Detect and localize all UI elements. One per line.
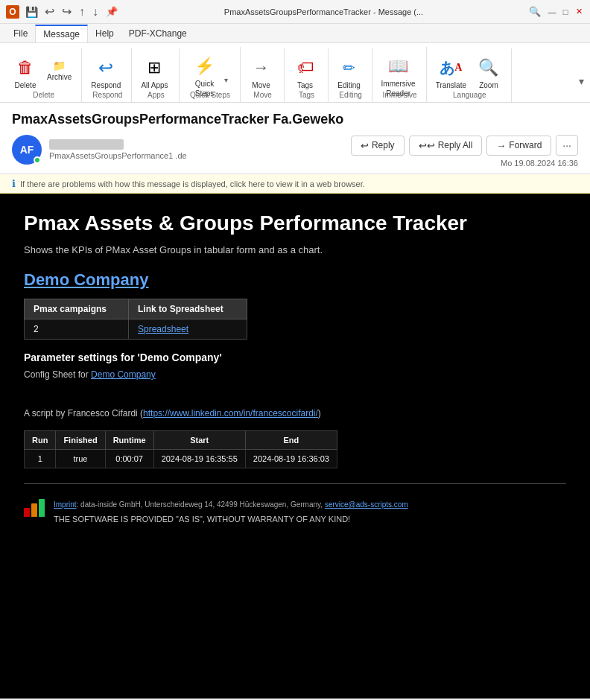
run-table: Run Finished Runtime Start End 1 true 0:… (24, 430, 337, 468)
immersive-label: Immersive (381, 80, 416, 88)
quick-steps-icon: ⚡ (193, 54, 217, 78)
move-group-label: Move (242, 91, 284, 99)
window-title: PmaxAssetsGroupsPerformanceTracker - Mes… (124, 7, 523, 16)
immersive-group-label: Immersive (374, 91, 426, 99)
close-button[interactable]: ✕ (574, 7, 584, 17)
zoom-label: Zoom (479, 81, 498, 89)
spreadsheet-link[interactable]: Spreadsheet (138, 324, 188, 334)
more-actions-button[interactable]: ··· (556, 135, 578, 156)
ribbon-group-editing: ✏ Editing Editing (330, 48, 372, 102)
email-timestamp: Mo 19.08.2024 16:36 (501, 159, 578, 168)
tags-label: Tags (297, 81, 313, 89)
avatar: AF (12, 135, 42, 165)
respond-button[interactable]: ↩ Respond (86, 53, 125, 92)
table-header-campaigns: Pmax campaigns (25, 299, 129, 319)
run-header-run: Run (25, 431, 56, 450)
email-meta: AF PmaxAssetsGroupsPerformance1 .de (12, 135, 187, 165)
footer-area: Imprint: data-inside GmbH, Unterscheidew… (24, 499, 566, 524)
forward-button[interactable]: → Forward (486, 136, 551, 156)
archive-icon: 📁 (52, 58, 67, 73)
archive-label: Archive (47, 73, 72, 81)
footer-imprint: Imprint: data-inside GmbH, Unterscheidew… (54, 499, 408, 510)
menu-pdf-xchange[interactable]: PDF-XChange (121, 25, 194, 42)
run-header-finished: Finished (56, 431, 105, 450)
action-buttons: ↩ Reply ↩↩ Reply All → Forward ··· (351, 135, 578, 156)
reply-all-button[interactable]: ↩↩ Reply All (409, 136, 483, 156)
config-link[interactable]: Demo Company (91, 369, 156, 380)
all-apps-label: All Apps (141, 81, 168, 89)
divider (24, 483, 566, 484)
ribbon-group-quick-steps: ⚡ Quick Steps ▾ Quick Steps (181, 47, 241, 102)
email-area: PmaxAssetsGroupsPerformanceTracker Fa.Ge… (0, 103, 590, 699)
reply-button[interactable]: ↩ Reply (351, 136, 405, 156)
linkedin-link[interactable]: https://www.linkedin.com/in/francescocif… (143, 408, 318, 419)
save-icon[interactable]: 💾 (25, 6, 38, 18)
archive-button[interactable]: 📁 Archive (43, 56, 75, 83)
tags-button[interactable]: 🏷 Tags (289, 53, 322, 92)
email-body: Pmax Assets & Groups Performance Tracker… (0, 194, 590, 699)
menu-file[interactable]: File (6, 25, 35, 42)
outlook-icon: O (6, 5, 19, 19)
quick-steps-group-label: Quick Steps (181, 91, 240, 99)
minimize-button[interactable]: — (547, 7, 557, 17)
search-titlebar-icon[interactable]: 🔍 (529, 6, 541, 17)
script-credit: A script by Francesco Cifardi (https://w… (24, 398, 566, 419)
sender-email: PmaxAssetsGroupsPerformance1 .de (49, 151, 187, 160)
translate-icon: あA (439, 56, 463, 80)
sender-info: PmaxAssetsGroupsPerformance1 .de (49, 139, 187, 160)
respond-label: Respond (91, 81, 121, 89)
run-finished: true (56, 450, 105, 468)
tags-group-label: Tags (286, 91, 328, 99)
quick-steps-expand[interactable]: ▾ (223, 74, 229, 86)
campaigns-count: 2 (25, 319, 129, 340)
redo-icon[interactable]: ↪ (62, 4, 72, 19)
info-text: If there are problems with how this mess… (20, 179, 365, 188)
info-bar[interactable]: ℹ If there are problems with how this me… (0, 174, 590, 194)
restore-button[interactable]: □ (560, 7, 571, 17)
run-header-start: Start (153, 431, 245, 450)
title-bar: O 💾 ↩ ↪ ↑ ↓ 📌 PmaxAssetsGroupsPerformanc… (0, 0, 590, 24)
ribbon-group-immersive: 📖 Immersive Reader Immersive (374, 47, 427, 102)
editing-button[interactable]: ✏ Editing (333, 53, 366, 92)
logo-bar-red (24, 508, 30, 517)
imprint-link[interactable]: Imprint (54, 500, 77, 509)
company-link[interactable]: Demo Company (24, 270, 148, 290)
translate-label: Translate (436, 81, 466, 89)
move-button[interactable]: → Move (245, 53, 278, 92)
quick-steps-label: Quick (195, 80, 215, 88)
editing-icon: ✏ (337, 56, 361, 80)
table-header-spreadsheet: Link to Spreadsheet (129, 299, 247, 319)
editing-group-label: Editing (330, 91, 372, 99)
service-email-link[interactable]: service@ads-scripts.com (325, 500, 408, 509)
email-subject: PmaxAssetsGroupsPerformanceTracker Fa.Ge… (12, 112, 578, 127)
ribbon-group-respond: ↩ Respond Respond (83, 48, 132, 102)
run-end: 2024-08-19 16:36:03 (245, 450, 337, 468)
logo-bars (24, 499, 45, 517)
ribbon-collapse-btn[interactable]: ▾ (579, 75, 584, 87)
sender-name (49, 139, 124, 150)
all-apps-button[interactable]: ⊞ All Apps (136, 53, 172, 92)
config-text: Config Sheet for Demo Company (24, 369, 566, 380)
editing-label: Editing (337, 81, 361, 89)
forward-icon: → (496, 140, 506, 151)
apps-group-label: Apps (133, 91, 178, 99)
ribbon-group-tags: 🏷 Tags Tags (286, 48, 329, 102)
undo-icon[interactable]: ↩ (45, 4, 54, 19)
menu-message[interactable]: Message (35, 25, 88, 42)
logo-bar-orange (31, 503, 37, 517)
company-logo (24, 499, 45, 517)
delete-button[interactable]: 🗑 Delete (9, 53, 42, 92)
menu-help[interactable]: Help (88, 25, 121, 42)
zoom-button[interactable]: 🔍 Zoom (472, 53, 505, 92)
move-label: Move (252, 81, 270, 89)
delete-icon: 🗑 (13, 56, 37, 80)
tags-icon: 🏷 (294, 56, 317, 80)
down-icon[interactable]: ↓ (92, 5, 98, 19)
online-indicator (34, 156, 41, 164)
translate-button[interactable]: あA Translate (431, 53, 471, 92)
pin-icon[interactable]: 📌 (106, 6, 118, 17)
reply-all-icon: ↩↩ (419, 140, 435, 151)
run-table-row: 1 true 0:00:07 2024-08-19 16:35:55 2024-… (25, 450, 337, 468)
up-icon[interactable]: ↑ (79, 5, 85, 19)
reply-icon: ↩ (361, 140, 369, 151)
